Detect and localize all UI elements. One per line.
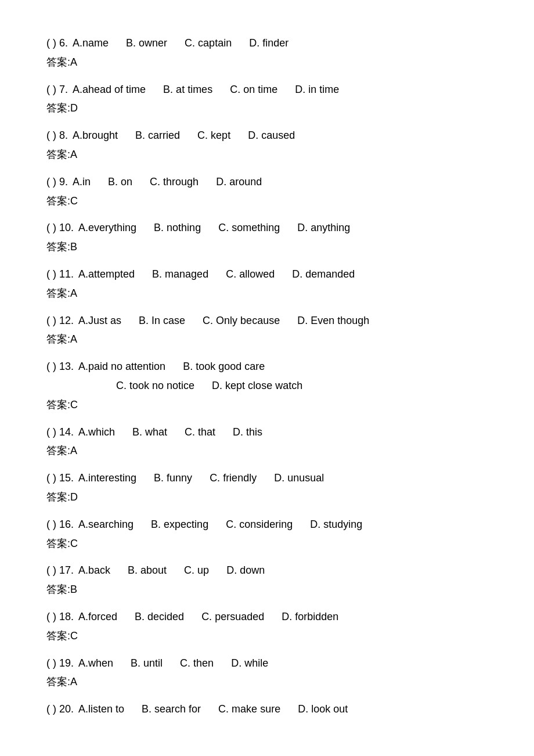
question-line-q19: ( ) 19.A.whenB. untilC. thenD. while — [46, 655, 488, 672]
option-q16-1: B. expecting — [151, 516, 208, 533]
question-line-q10: ( ) 10.A.everythingB. nothingC. somethin… — [46, 219, 488, 236]
option-q12-3: D. Even though — [297, 312, 369, 329]
option-q10-2: C. something — [218, 219, 280, 236]
answer-q15: 答案:D — [46, 489, 488, 506]
option-q17-1: B. about — [128, 562, 167, 579]
question-line-q14: ( ) 14.A.whichB. whatC. thatD. this — [46, 424, 488, 441]
option-q12-0: A.Just as — [78, 312, 121, 329]
answer-text-q13: 答案:C — [46, 399, 78, 411]
option-q8-1: B. carried — [135, 127, 180, 144]
question-block-q16: ( ) 16.A.searchingB. expectingC. conside… — [46, 516, 488, 552]
option-q9-0: A.in — [73, 174, 91, 190]
paren-q18: ( ) 18. — [46, 609, 74, 625]
option-q11-1: B. managed — [152, 266, 208, 283]
option-q7-1: B. at times — [163, 81, 212, 98]
question-line-q8: ( ) 8.A.broughtB. carriedC. keptD. cause… — [46, 127, 488, 144]
option-q6-2: C. captain — [185, 35, 232, 52]
option-q14-1: B. what — [132, 424, 167, 441]
paren-q19: ( ) 19. — [46, 655, 74, 672]
answer-text-q16: 答案:C — [46, 538, 78, 549]
answer-text-q10: 答案:B — [46, 241, 77, 253]
option-q18-2: C. persuaded — [201, 609, 264, 625]
answer-text-q8: 答案:A — [46, 149, 77, 160]
paren-q8: ( ) 8. — [46, 127, 68, 144]
question-block-q15: ( ) 15.A.interestingB. funnyC. friendlyD… — [46, 470, 488, 506]
option-q9-3: D. around — [216, 174, 262, 190]
question-line-q18: ( ) 18.A.forcedB. decidedC. persuadedD. … — [46, 609, 488, 625]
option-q6-3: D. finder — [249, 35, 288, 52]
option-q16-0: A.searching — [78, 516, 134, 533]
option-q7-0: A.ahead of time — [73, 81, 146, 98]
question-block-q18: ( ) 18.A.forcedB. decidedC. persuadedD. … — [46, 609, 488, 645]
answer-q19: 答案:A — [46, 674, 488, 690]
option-q19-3: D. while — [231, 655, 268, 672]
question-line-q13: ( ) 13.A.paid no attentionB. took good c… — [46, 358, 488, 375]
option2-q13-0: C. took no notice — [116, 377, 194, 394]
option-q11-2: C. allowed — [226, 266, 275, 283]
option-q15-1: B. funny — [154, 470, 192, 487]
paren-q17: ( ) 17. — [46, 562, 74, 579]
option-q20-2: C. make sure — [218, 701, 280, 718]
answer-text-q15: 答案:D — [46, 491, 78, 503]
question-block-q7: ( ) 7.A.ahead of timeB. at timesC. on ti… — [46, 81, 488, 117]
option-q20-1: B. search for — [142, 701, 201, 718]
answer-text-q12: 答案:A — [46, 333, 77, 345]
option-q7-3: D. in time — [295, 81, 339, 98]
question-block-q14: ( ) 14.A.whichB. whatC. thatD. this答案:A — [46, 424, 488, 460]
option-q16-3: D. studying — [310, 516, 362, 533]
answer-q11: 答案:A — [46, 285, 488, 302]
paren-q11: ( ) 11. — [46, 266, 74, 283]
option-q18-0: A.forced — [78, 609, 117, 625]
option-q13-1: B. took good care — [183, 358, 265, 375]
option-q11-0: A.attempted — [78, 266, 135, 283]
option2-q13-1: D. kept close watch — [212, 377, 302, 394]
option-q10-0: A.everything — [78, 219, 136, 236]
paren-q20: ( ) 20. — [46, 701, 74, 718]
option-q8-2: C. kept — [197, 127, 230, 144]
option-q14-0: A.which — [78, 424, 115, 441]
option-q14-3: D. this — [233, 424, 262, 441]
option-q6-0: A.name — [73, 35, 109, 52]
question-line-q17: ( ) 17.A.backB. aboutC. upD. down — [46, 562, 488, 579]
answer-text-q6: 答案:A — [46, 56, 77, 68]
option-q17-0: A.back — [78, 562, 110, 579]
question-line-q16: ( ) 16.A.searchingB. expectingC. conside… — [46, 516, 488, 533]
question-line-q11: ( ) 11.A.attemptedB. managedC. allowedD.… — [46, 266, 488, 283]
option-q10-1: B. nothing — [154, 219, 201, 236]
answer-q13: 答案:C — [46, 397, 488, 413]
option-q13-0: A.paid no attention — [78, 358, 165, 375]
paren-q6: ( ) 6. — [46, 35, 68, 52]
option-q15-2: C. friendly — [210, 470, 257, 487]
question-line2-q13: C. took no noticeD. kept close watch — [46, 377, 488, 394]
question-block-q19: ( ) 19.A.whenB. untilC. thenD. while答案:A — [46, 655, 488, 691]
option-q9-2: C. through — [150, 174, 199, 190]
option-q11-3: D. demanded — [292, 266, 355, 283]
answer-text-q17: 答案:B — [46, 584, 77, 595]
paren-q15: ( ) 15. — [46, 470, 74, 487]
question-line-q6: ( ) 6.A.nameB. ownerC. captainD. finder — [46, 35, 488, 52]
answer-q6: 答案:A — [46, 54, 488, 71]
paren-q7: ( ) 7. — [46, 81, 68, 98]
answer-text-q7: 答案:D — [46, 102, 78, 114]
option-q12-2: C. Only because — [203, 312, 280, 329]
option-q9-1: B. on — [108, 174, 132, 190]
questions-container: ( ) 6.A.nameB. ownerC. captainD. finder答… — [46, 35, 488, 718]
option-q17-3: D. down — [226, 562, 265, 579]
answer-text-q14: 答案:A — [46, 445, 77, 456]
answer-text-q19: 答案:A — [46, 676, 77, 687]
option-q15-0: A.interesting — [78, 470, 136, 487]
question-block-q6: ( ) 6.A.nameB. ownerC. captainD. finder答… — [46, 35, 488, 71]
option-q19-0: A.when — [78, 655, 113, 672]
question-block-q11: ( ) 11.A.attemptedB. managedC. allowedD.… — [46, 266, 488, 302]
question-block-q12: ( ) 12.A.Just asB. In caseC. Only becaus… — [46, 312, 488, 348]
question-block-q13: ( ) 13.A.paid no attentionB. took good c… — [46, 358, 488, 413]
question-block-q17: ( ) 17.A.backB. aboutC. upD. down答案:B — [46, 562, 488, 598]
question-block-q20: ( ) 20.A.listen toB. search forC. make s… — [46, 701, 488, 718]
answer-q10: 答案:B — [46, 239, 488, 255]
option-q18-3: D. forbidden — [282, 609, 338, 625]
option-q20-3: D. look out — [298, 701, 348, 718]
question-block-q10: ( ) 10.A.everythingB. nothingC. somethin… — [46, 219, 488, 255]
answer-q8: 答案:A — [46, 146, 488, 163]
answer-q7: 答案:D — [46, 100, 488, 117]
question-line-q7: ( ) 7.A.ahead of timeB. at timesC. on ti… — [46, 81, 488, 98]
